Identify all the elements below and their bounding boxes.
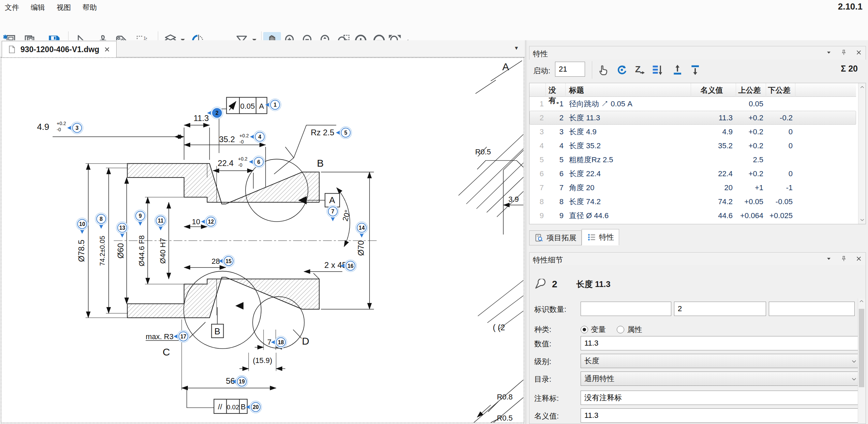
col-no[interactable]: 没有。	[546, 83, 566, 97]
dim-label: 11.3	[194, 113, 209, 123]
tab-characteristics[interactable]: 特性	[582, 229, 619, 245]
dim-label: Rz 2.5	[311, 128, 334, 137]
pin-icon[interactable]	[840, 255, 847, 262]
level-select[interactable]: 长度	[581, 354, 862, 368]
renumber-button[interactable]	[614, 62, 630, 78]
scroll-down-button[interactable]	[858, 216, 866, 224]
catalog-select[interactable]: 通用特性	[581, 372, 862, 386]
balloon-15[interactable]: 15	[219, 255, 234, 267]
z-order-icon: Z	[633, 63, 646, 77]
characteristic-row-3[interactable]: 33长度 4.94.9+0.20	[529, 125, 856, 139]
cell-up: +0.2	[736, 113, 766, 122]
z-order-button[interactable]: Z	[631, 62, 648, 78]
dim-label: 22.4	[218, 158, 234, 168]
close-panel-icon[interactable]	[855, 255, 862, 262]
document-tab-title: 930-1200-406-V1.dwg	[20, 45, 99, 54]
partial-view-right	[459, 61, 523, 423]
move-top-button[interactable]	[670, 62, 686, 78]
scroll-up-icon[interactable]	[859, 299, 864, 304]
scrollbar-thumb[interactable]	[859, 309, 864, 387]
balloon-12[interactable]: 12	[201, 216, 217, 228]
characteristic-row-8[interactable]: 88长度 74.274.2+0.05-0.05	[529, 195, 856, 209]
close-tab-icon[interactable]	[103, 46, 111, 53]
characteristic-row-4[interactable]: 44长度 35.235.2+0.20	[529, 139, 856, 153]
balloon-11[interactable]: 11	[155, 215, 167, 230]
dim-label: R0.8	[497, 393, 512, 401]
close-panel-icon[interactable]	[855, 49, 862, 56]
drawing-canvas[interactable]: 11.34.9+0.2-035.2+0.2-0Rz 2.522.4+0.2-0B…	[1, 57, 524, 423]
pin-icon[interactable]	[840, 49, 847, 56]
scroll-up-button[interactable]	[858, 83, 866, 91]
menu-item-2[interactable]: 编辑	[31, 3, 45, 12]
characteristic-row-9[interactable]: 99直径 Ø 44.644.6+0.064+0.025	[529, 209, 856, 223]
id-count-input-3[interactable]	[769, 302, 855, 316]
properties-toolbar: 启动: Z	[529, 60, 866, 82]
cell-idx: 1	[529, 100, 546, 108]
dim-label: 0.05	[240, 102, 255, 110]
balloon-3[interactable]: 3	[67, 122, 83, 134]
document-tab[interactable]: 930-1200-406-V1.dwg	[2, 41, 117, 58]
value-input[interactable]	[581, 336, 862, 350]
tab-list-button[interactable]: ▼	[514, 45, 519, 51]
dim-label: +0.2	[239, 133, 249, 138]
details-scrollbar[interactable]	[858, 299, 865, 423]
sort-list-button[interactable]	[649, 62, 665, 78]
menu-item-4[interactable]: 帮助	[83, 3, 97, 12]
radio-dot	[617, 326, 624, 333]
start-number-input[interactable]	[555, 62, 585, 77]
fcf2-leader	[187, 389, 214, 408]
properties-panel-header: 特性	[529, 46, 866, 60]
col-nominal[interactable]: 名义值	[691, 83, 736, 97]
nominal-input[interactable]	[581, 408, 862, 423]
balloon-icon	[534, 279, 547, 290]
collapse-panel-icon[interactable]	[825, 49, 832, 56]
cell-up: 2.5	[736, 155, 766, 164]
balloon-5[interactable]: 5	[336, 127, 351, 139]
dim-label: B	[241, 403, 246, 411]
characteristic-row-6[interactable]: 66长度 22.422.4+0.20	[529, 167, 856, 181]
table-header[interactable]: 没有。 标题 名义值 上公差 下公差	[529, 83, 856, 97]
menu-item-3[interactable]: 视图	[57, 3, 71, 12]
characteristic-row-2[interactable]: 22长度 11.311.3+0.2-0.2	[529, 111, 856, 125]
balloon-6[interactable]: 6	[249, 156, 265, 168]
balloon-20[interactable]: 20	[246, 401, 261, 413]
id-count-input-1[interactable]	[581, 302, 671, 316]
point-select-button[interactable]	[596, 62, 612, 78]
note-input[interactable]	[581, 391, 862, 405]
balloon-9[interactable]: 9	[134, 210, 146, 226]
col-title[interactable]: 标题	[566, 83, 691, 97]
svg-text:15: 15	[226, 258, 232, 264]
characteristic-row-7[interactable]: 77角度 2020+1-1	[529, 181, 856, 195]
svg-text:19: 19	[239, 379, 245, 384]
cell-up: +1	[736, 183, 766, 192]
chevron-down-icon	[851, 358, 857, 364]
radio-attribute[interactable]: 属性	[617, 324, 642, 335]
radio-variable[interactable]: 变量	[581, 324, 606, 335]
cell-idx: 2	[529, 113, 546, 122]
balloon-1[interactable]: 1	[265, 99, 281, 111]
move-bottom-button[interactable]	[687, 62, 704, 78]
svg-text:18: 18	[278, 339, 284, 345]
characteristic-row-1[interactable]: 11径向跳动 ↗ 0.05 A0.05	[529, 97, 856, 111]
field-label: 名义值:	[534, 411, 559, 421]
col-upper-tol[interactable]: 上公差	[736, 83, 766, 97]
dim-label: ( (2	[493, 323, 505, 332]
cell-idx: 9	[529, 211, 546, 220]
balloon-4[interactable]: 4	[250, 131, 266, 143]
col-lower-tol[interactable]: 下公差	[766, 83, 795, 97]
table-scrollbar[interactable]	[858, 83, 866, 224]
svg-text:12: 12	[208, 219, 214, 225]
balloon-14[interactable]: 14	[356, 222, 368, 238]
tab-project-expansion[interactable]: 项目拓展	[529, 230, 582, 245]
cell-low: -0.05	[766, 197, 795, 206]
svg-text:9: 9	[139, 213, 142, 219]
menu-item-1[interactable]: 文件	[5, 3, 19, 12]
balloon-8[interactable]: 8	[95, 213, 107, 229]
collapse-panel-icon[interactable]	[825, 255, 832, 262]
balloon-7[interactable]: 7	[327, 206, 339, 221]
id-count-input-2[interactable]	[674, 302, 766, 316]
balloon-10[interactable]: 10	[76, 218, 88, 234]
characteristic-row-5[interactable]: 55粗糙度Rz 2.52.5	[529, 153, 856, 167]
balloon-2[interactable]: 2	[207, 107, 223, 119]
balloon-18[interactable]: 18	[271, 336, 287, 348]
